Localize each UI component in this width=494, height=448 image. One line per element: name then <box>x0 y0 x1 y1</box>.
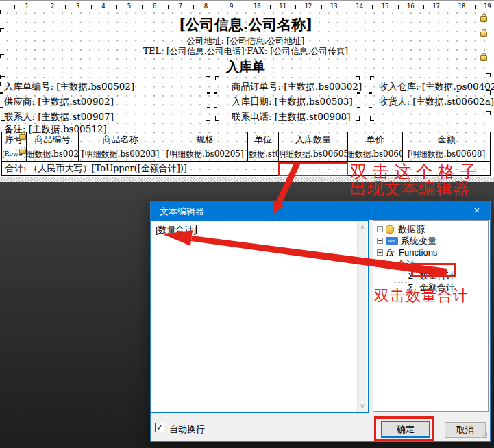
text-editor-dialog: 文本编辑器 × [数量合计] ∧ ∨ + 数据源 + var 系统变量 <box>150 201 491 442</box>
word-wrap-label: 自动换行 <box>169 423 205 436</box>
band-mark <box>486 90 491 95</box>
expand-icon[interactable]: + <box>377 249 383 256</box>
header-label: 规格 <box>196 134 214 146</box>
field-supplier[interactable]: 供应商: [主数据.st00902] <box>4 96 114 108</box>
tree-item-totals[interactable]: - Σ 合计 <box>377 258 415 270</box>
horizontal-ruler: 12345678910111213141516171819 <box>0 0 494 12</box>
table-header-cell[interactable]: 序号 <box>2 132 27 147</box>
table-header-cell[interactable]: 商品名称 <box>79 132 162 147</box>
variable-icon: var <box>386 237 398 245</box>
selection-mark <box>207 92 210 94</box>
annotation-tree-note: 双击数量合计 <box>374 286 469 306</box>
scroll-down-icon[interactable]: ∨ <box>358 402 367 410</box>
cell-label: 细数据.st00 <box>248 149 279 160</box>
cell-label: [明细数据.bs00205] <box>166 149 243 160</box>
field-receipt-no[interactable]: 入库单编号: [主数据.bs00502] <box>4 81 134 93</box>
word-wrap-checkbox[interactable]: ✓ <box>155 423 164 432</box>
header-label: 金额 <box>438 134 456 146</box>
collapse-icon[interactable]: - <box>377 261 383 267</box>
selection-mark <box>206 76 210 80</box>
function-icon: fx <box>386 248 397 258</box>
table-data-row: [Row#] 细数据.bs002 [明细数据.bs00203] [明细数据.bs… <box>2 147 490 162</box>
header-label: 商品编号 <box>35 134 71 146</box>
band-mark <box>0 54 4 58</box>
database-icon <box>386 225 394 234</box>
table-header-cell[interactable]: 商品编号 <box>27 132 79 147</box>
header-label: 单价 <box>367 134 384 146</box>
field-receiver[interactable]: 收货人: [主数据.st00602a] <box>379 96 494 108</box>
tree-item-functions[interactable]: + fx Functions <box>377 247 437 258</box>
cell-label: 细数据.bs002 <box>27 149 79 160</box>
tel-fax-field[interactable]: TEL: [公司信息.公司电话] FAX: [公司信息.公司传真] <box>0 46 491 58</box>
field-date[interactable]: 入库日期: [主数据.bs00503] <box>232 96 353 108</box>
resize-grip[interactable] <box>486 437 487 438</box>
report-designer-window: 12345678910111213141516171819 [公司信息.公司名称… <box>0 0 494 448</box>
selection-mark <box>214 92 217 94</box>
lock-icon <box>19 134 26 140</box>
selection-mark <box>1 76 5 80</box>
selection-mark <box>357 107 360 108</box>
company-title-field[interactable]: [公司信息.公司名称] <box>0 15 491 34</box>
table-cell[interactable]: [明细数据.bs00608] <box>403 147 490 161</box>
lock-icon <box>480 32 487 37</box>
selection-mark <box>369 92 372 94</box>
selection-mark <box>370 116 374 121</box>
tree-item-datasource[interactable]: + 数据源 <box>377 223 425 235</box>
field-contact[interactable]: 联系人: [主数据.st00907] <box>4 111 114 123</box>
table-cell-rowno[interactable]: [Row#] <box>2 147 27 161</box>
text-caret <box>196 225 197 234</box>
sigma-icon: Σ <box>386 259 395 269</box>
table-cell[interactable]: 细数据.bs0060 <box>348 147 403 161</box>
field-warehouse[interactable]: 收入仓库: [主数据.ps00402] <box>379 81 494 93</box>
table-cell[interactable]: 明细数据.bs00605 <box>279 147 348 161</box>
scroll-up-icon[interactable]: ∧ <box>358 223 367 231</box>
band-mark <box>0 10 4 14</box>
selection-mark <box>206 116 210 121</box>
band-mark <box>0 28 4 32</box>
data-tree-panel: + 数据源 + var 系统变量 + fx Functions - Σ 合计 Σ <box>373 220 489 412</box>
tree-item-label: 数据源 <box>398 223 425 236</box>
form-title-field[interactable]: 入库单 <box>0 58 491 76</box>
selection-mark <box>0 107 3 108</box>
lock-icon <box>480 16 487 22</box>
header-label: 入库数量 <box>295 134 331 146</box>
table-header-row: 序号 商品编号 商品名称 规格 单位 入库数量 单价 金额 <box>2 132 490 147</box>
selection-mark <box>214 107 217 108</box>
close-icon[interactable]: × <box>470 204 484 216</box>
table-cell[interactable]: 细数据.st00 <box>248 147 279 161</box>
table-header-cell[interactable]: 入库数量 <box>279 132 348 147</box>
table-header-cell[interactable]: 规格 <box>162 132 248 147</box>
annotation-cell-note-2: 出现文本编辑器 <box>350 177 470 199</box>
table-cell[interactable]: [明细数据.bs00203] <box>79 147 162 161</box>
dialog-title: 文本编辑器 <box>160 206 204 218</box>
cell-label: [明细数据.bs00203] <box>82 149 159 160</box>
table-cell[interactable]: 细数据.bs002 <box>27 147 79 161</box>
expand-icon[interactable]: + <box>377 238 383 244</box>
band-mark <box>0 82 4 86</box>
field-order-no[interactable]: 商品订单号: [主数据.bs00302] <box>232 81 362 93</box>
dialog-titlebar[interactable]: 文本编辑器 × <box>151 201 490 220</box>
header-label: 商品名称 <box>103 134 138 146</box>
cell-label: [明细数据.bs00608] <box>408 149 485 160</box>
tree-connector <box>395 282 406 283</box>
table-header-cell[interactable]: 单价 <box>348 132 403 147</box>
selection-mark <box>215 116 219 121</box>
field-phone[interactable]: 联系电话: [主数据.st00908] <box>232 111 350 123</box>
table-header-cell[interactable]: 单位 <box>248 132 279 147</box>
selection-mark <box>0 92 3 94</box>
lock-icon <box>19 149 26 154</box>
cancel-button[interactable]: 取消 <box>445 422 486 438</box>
table-header-cell[interactable]: 金额 <box>403 132 490 147</box>
tree-item-system-vars[interactable]: + var 系统变量 <box>377 235 436 247</box>
selection-mark <box>369 107 372 108</box>
vertical-scrollbar[interactable]: ∧ ∨ <box>357 221 367 412</box>
cell-label: 明细数据.bs00605 <box>279 149 348 160</box>
table-cell[interactable]: [明细数据.bs00205] <box>162 147 248 161</box>
band-mark <box>486 111 491 115</box>
band-mark <box>486 73 491 77</box>
expression-text: [数量合计] <box>156 224 197 236</box>
expression-textarea[interactable]: [数量合计] ∧ ∨ <box>151 220 369 413</box>
expand-icon[interactable]: + <box>377 226 383 232</box>
lock-icon <box>480 55 487 61</box>
selection-mark <box>215 76 219 80</box>
